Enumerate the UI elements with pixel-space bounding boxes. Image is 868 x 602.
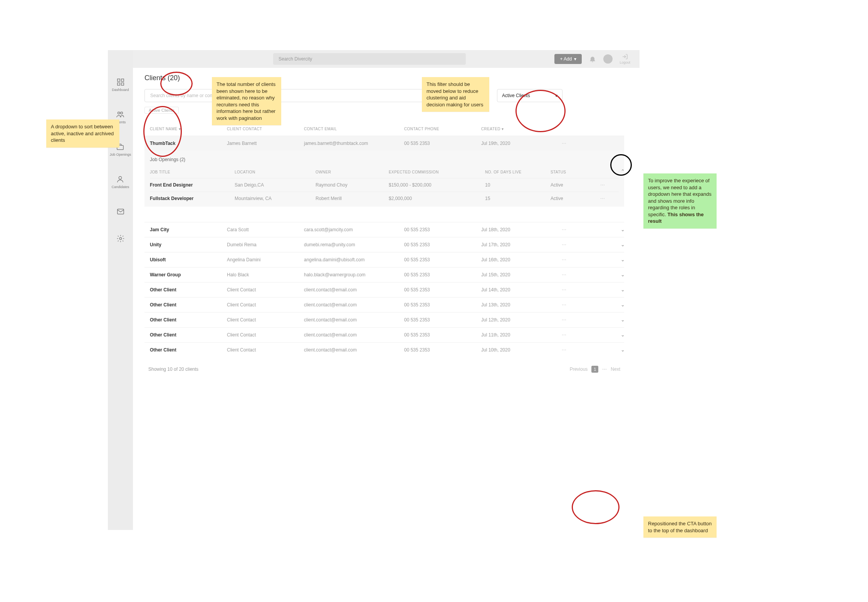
svg-point-4 (118, 112, 120, 114)
cell-job-title: Front End Designer (150, 182, 235, 188)
annotation-note: A dropdown to sort between active, inact… (46, 119, 119, 148)
add-button[interactable]: + Add ▾ (554, 54, 582, 64)
cell-email: halo.black@warnergroup.com (304, 272, 404, 277)
cell-location: Mountainview, CA (235, 196, 316, 201)
col-created[interactable]: CREATED ▾ (481, 127, 551, 131)
col-contact-phone[interactable]: CONTACT PHONE (404, 127, 481, 131)
row-more-button[interactable]: ⋯ (551, 317, 578, 323)
row-more-button[interactable]: ⋯ (551, 257, 578, 262)
row-expand-toggle[interactable]: ⌄ (618, 255, 627, 264)
table-row[interactable]: Unity Dumebi Rema dumebi.rema@unity.com … (144, 237, 624, 252)
table-row[interactable]: Other Client Client Contact client.conta… (144, 297, 624, 312)
sort-icon: ▾ (502, 127, 504, 131)
cell-status: Active (551, 182, 593, 188)
row-expand-toggle[interactable]: ⌄ (618, 345, 627, 355)
job-row[interactable]: Front End Designer San Deigo,CA Raymond … (150, 178, 619, 192)
row-more-button[interactable]: ⋯ (593, 182, 612, 188)
row-expand-toggle[interactable]: ⌄ (618, 240, 627, 249)
cell-phone: 00 535 2353 (404, 287, 481, 293)
sort-icon: ▾ (179, 127, 181, 131)
top-bar: Search Divercity + Add ▾ Logout (133, 50, 640, 68)
cell-days-live: 15 (485, 196, 551, 201)
prev-button[interactable]: Previous (570, 367, 588, 372)
table-row[interactable]: ThumbTack James Barnett james.barnett@th… (144, 136, 624, 207)
row-expand-toggle[interactable]: ⌄ (618, 225, 627, 234)
row-more-button[interactable]: ⋯ (551, 287, 578, 293)
cell-created: Jul 13th, 2020 (481, 302, 551, 308)
table-row[interactable]: Other Client Client Contact client.conta… (144, 282, 624, 297)
col-job-title: JOB TITLE (150, 170, 235, 174)
global-search-placeholder: Search Divercity (279, 56, 312, 62)
cell-location: San Deigo,CA (235, 182, 316, 188)
row-more-button[interactable]: ⋯ (551, 141, 578, 146)
sidebar-item-settings[interactable] (116, 234, 125, 243)
table-row[interactable]: Other Client Client Contact client.conta… (144, 312, 624, 327)
svg-point-9 (119, 237, 122, 240)
row-expand-toggle[interactable]: ⌄ (618, 315, 627, 325)
logout-button[interactable]: Logout (620, 54, 630, 64)
row-expand-toggle[interactable]: ⌄ (618, 270, 627, 279)
row-expand-toggle[interactable]: ⌃ (618, 166, 627, 176)
sidebar-item-mail[interactable] (116, 207, 125, 216)
col-client-contact[interactable]: CLIENT CONTACT (227, 127, 304, 131)
annotation-ring (572, 490, 620, 524)
table-row[interactable]: Jam City Cara Scott cara.scott@jamcity.c… (144, 222, 624, 237)
chevron-up-icon: ⌃ (621, 168, 625, 174)
cell-commission: $2,000,000 (389, 196, 485, 201)
col-commission: EXPECTED COMMISSION (389, 170, 485, 174)
chevron-down-icon: ⌄ (621, 227, 625, 232)
row-expand-toggle[interactable]: ⌄ (618, 330, 627, 340)
page-number[interactable]: 1 (591, 366, 598, 373)
cell-owner: Raymond Choy (316, 182, 389, 188)
table-row[interactable]: Other Client Client Contact client.conta… (144, 342, 624, 357)
cell-created: Jul 15th, 2020 (481, 272, 551, 277)
bell-icon[interactable] (589, 55, 596, 63)
cell-email: client.contact@email.com (304, 332, 404, 338)
client-status-dropdown[interactable]: Active Clients ▾ (497, 89, 562, 102)
chevron-down-icon: ▾ (574, 56, 576, 62)
svg-point-5 (121, 112, 123, 114)
table-row[interactable]: Other Client Client Contact client.conta… (144, 327, 624, 342)
row-more-button[interactable]: ⋯ (551, 242, 578, 247)
row-expand-toggle[interactable]: ⌄ (618, 300, 627, 309)
svg-rect-2 (117, 83, 119, 85)
job-openings-title: Job Openings (2) (150, 157, 619, 162)
col-contact-email[interactable]: CONTACT EMAIL (304, 127, 404, 131)
row-more-button[interactable]: ⋯ (551, 332, 578, 338)
cell-email: client.contact@email.com (304, 347, 404, 353)
table-row[interactable]: Warner Group Halo Black halo.black@warne… (144, 267, 624, 282)
chevron-down-icon: ⌄ (621, 302, 625, 308)
sidebar-item-dashboard[interactable]: Dashboard (112, 78, 129, 92)
col-client-name[interactable]: CLIENT NAME ▾ (150, 127, 227, 131)
row-more-button[interactable]: ⋯ (551, 272, 578, 277)
sidebar-item-candidates[interactable]: Candidates (112, 175, 129, 189)
table-row[interactable]: Ubisoft Angelina Damini angelina.damini@… (144, 252, 624, 267)
cell-phone: 00 535 2353 (404, 332, 481, 338)
cell-phone: 00 535 2353 (404, 141, 481, 146)
row-expand-toggle[interactable]: ⌄ (618, 285, 627, 294)
dashboard-icon (116, 78, 125, 86)
row-more-button[interactable]: ⋯ (551, 302, 578, 308)
chevron-down-icon: ⌄ (621, 317, 625, 323)
cell-client-name: Unity (150, 242, 227, 247)
global-search-input[interactable]: Search Divercity (273, 53, 466, 65)
row-more-button[interactable]: ⋯ (551, 227, 578, 232)
row-more-button[interactable]: ⋯ (593, 196, 612, 201)
row-more-button[interactable]: ⋯ (551, 347, 578, 353)
cell-client-name: Ubisoft (150, 257, 227, 262)
next-button[interactable]: Next (611, 367, 620, 372)
cell-created: Jul 10th, 2020 (481, 347, 551, 353)
cell-phone: 00 535 2353 (404, 347, 481, 353)
col-days-live: NO. OF DAYS LIVE (485, 170, 551, 174)
chevron-down-icon: ⌄ (621, 347, 625, 353)
cell-contact: James Barnett (227, 141, 304, 146)
job-row[interactable]: Fullstack Developer Mountainview, CA Rob… (150, 192, 619, 205)
col-owner: OWNER (316, 170, 389, 174)
svg-point-7 (119, 177, 122, 179)
avatar[interactable] (603, 54, 613, 64)
pagination-summary: Showing 10 of 20 clients (148, 367, 198, 372)
cell-client-name: Warner Group (150, 272, 227, 277)
status-chip[interactable]: Active Clients (144, 107, 179, 114)
cell-created: Jul 14th, 2020 (481, 287, 551, 293)
cell-email: dumebi.rema@unity.com (304, 242, 404, 247)
